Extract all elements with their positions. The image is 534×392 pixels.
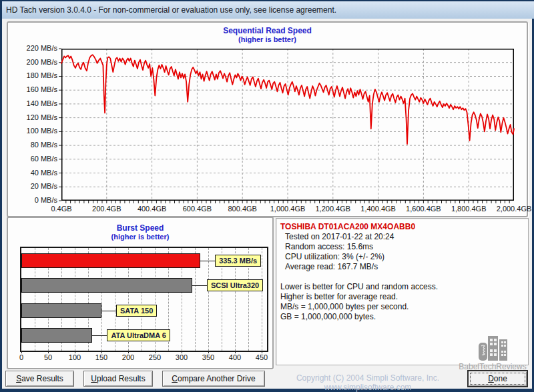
burst-x-tick-label: 150 (88, 353, 115, 361)
burst-bar-connector (200, 261, 215, 261)
burst-x-tick (75, 351, 75, 353)
burst-x-tick-label: 300 (168, 353, 195, 361)
seq-chart-title: Sequential Read Speed (8, 26, 527, 35)
upload-results-button[interactable]: Upload Results (83, 371, 153, 387)
note-line: Higher is better for average read. (280, 292, 528, 302)
burst-chart-subtitle: (higher is better) (8, 233, 272, 241)
burst-bar-connector (92, 335, 107, 336)
note-line: MB/s = 1,000,000 bytes per second. (280, 302, 528, 312)
babeltechreviews-logo-icon (475, 333, 511, 361)
burst-bar-label: SATA 150 (116, 305, 157, 317)
seq-chart-subtitle: (higher is better) (8, 35, 527, 43)
burst-speed-chart: 335.3 MB/sSCSI Ultra320SATA 150ATA Ultra… (20, 247, 268, 352)
burst-x-tick (262, 351, 262, 353)
burst-x-tick (155, 351, 156, 353)
burst-bar-connector (192, 285, 207, 286)
seq-y-tick-label: 160 MB/s (8, 85, 57, 93)
save-results-button[interactable]: Save Results (5, 371, 74, 387)
seq-y-tick-label: 60 MB/s (8, 155, 57, 163)
burst-x-tick (48, 351, 49, 353)
seq-y-tick-label: 80 MB/s (8, 141, 57, 149)
burst-x-tick-label: 100 (61, 353, 88, 361)
sequential-read-panel: Sequential Read Speed (higher is better)… (7, 21, 528, 217)
window-title: HD Tach version 3.0.4.0 - For non-commer… (6, 5, 336, 15)
burst-bar-label: SCSI Ultra320 (207, 279, 263, 291)
burst-x-tick (235, 351, 236, 353)
seq-y-tick-label: 40 MB/s (8, 169, 57, 177)
seq-y-tick-label: 100 MB/s (8, 127, 57, 135)
burst-x-tick-label: 200 (115, 353, 142, 361)
burst-x-tick-label: 0 (8, 353, 35, 361)
title-bar[interactable]: HD Tach version 3.0.4.0 - For non-commer… (2, 1, 534, 19)
burst-x-tick-label: 50 (35, 353, 61, 361)
burst-bar-connector (101, 311, 116, 311)
drive-name: TOSHIBA DT01ACA200 MX4OABB0 (280, 222, 528, 231)
burst-gridline (262, 248, 262, 351)
content-area: Sequential Read Speed (higher is better)… (2, 19, 532, 389)
burst-x-tick (101, 351, 102, 353)
burst-chart-title: Burst Speed (8, 223, 272, 233)
burst-speed-panel: Burst Speed (higher is better) 335.3 MB/… (7, 217, 274, 369)
burst-x-tick (128, 351, 129, 353)
burst-bar (21, 253, 200, 268)
burst-gridline (208, 248, 209, 351)
copyright-text: Copyright (C) 2004 Simpli Software, Inc.… (268, 373, 468, 392)
burst-x-tick (208, 351, 209, 353)
burst-x-tick-label: 450 (248, 353, 275, 361)
detail-line: Random access: 15.6ms (285, 242, 528, 252)
note-line: GB = 1,000,000,000 bytes. (280, 312, 528, 322)
done-button[interactable]: Done (467, 370, 528, 387)
seq-y-tick-label: 120 MB/s (8, 113, 57, 121)
seq-y-tick-label: 0 MB/s (8, 196, 57, 204)
hdtach-window: HD Tach version 3.0.4.0 - For non-commer… (0, 0, 534, 392)
seq-x-tick-label: 2,000.4GB (484, 205, 534, 213)
info-notes: Lower is better for CPU and random acces… (276, 282, 528, 322)
burst-bar-label: 335.3 MB/s (215, 255, 261, 267)
test-details: Tested on 2017-01-22 at 20:24Random acce… (276, 232, 528, 272)
burst-x-tick-label: 250 (142, 353, 168, 361)
seq-y-tick-label: 200 MB/s (8, 58, 57, 66)
seq-y-tick-label: 180 MB/s (8, 71, 57, 79)
detail-line: Average read: 167.7 MB/s (285, 262, 528, 272)
compare-another-drive-button[interactable]: Compare Another Drive (162, 371, 265, 387)
sequential-read-chart (61, 49, 514, 201)
seq-y-tick-label: 140 MB/s (8, 99, 57, 107)
detail-line: CPU utilization: 3% (+/- 2%) (285, 252, 528, 262)
burst-bar-label: ATA UltraDMA 6 (107, 329, 170, 341)
note-line: Lower is better for CPU and random acces… (280, 282, 528, 292)
seq-y-tick-label: 20 MB/s (8, 182, 57, 190)
burst-bar (21, 328, 92, 343)
burst-x-tick-label: 400 (222, 353, 248, 361)
detail-line: Tested on 2017-01-22 at 20:24 (285, 232, 528, 242)
burst-x-tick-label: 350 (195, 353, 222, 361)
burst-x-tick (182, 351, 182, 353)
burst-bar (21, 278, 192, 293)
babeltechreviews-watermark: BabelTechReviews (456, 333, 529, 371)
seq-y-tick-label: 220 MB/s (8, 44, 57, 52)
burst-x-tick (21, 351, 22, 353)
burst-bar (21, 303, 101, 318)
